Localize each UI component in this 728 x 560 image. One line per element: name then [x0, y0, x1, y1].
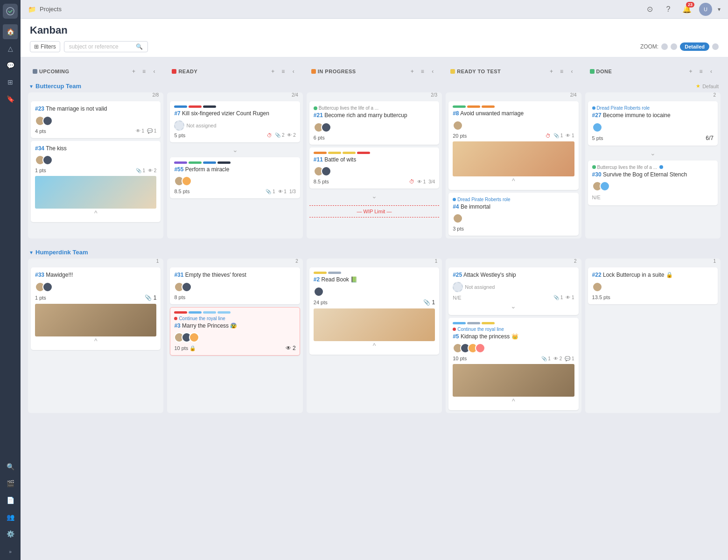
- card-8-expand[interactable]: ^: [453, 176, 574, 186]
- col-collapse-btn-done[interactable]: ‹: [707, 67, 716, 76]
- card-27-expand[interactable]: ⌄: [588, 148, 718, 158]
- help-circle-icon[interactable]: ⊙: [643, 3, 656, 16]
- zoom-dot-large[interactable]: [712, 43, 719, 50]
- buttercup-readytotest-col: 2/4 #8 Avoid unwanted marriage: [446, 92, 581, 238]
- card-27[interactable]: Dread Pirate Roberts role #27 Become imm…: [588, 101, 718, 146]
- filter-button[interactable]: ⊞ Filters: [30, 41, 60, 52]
- col-add-btn-inprogress[interactable]: +: [407, 67, 417, 76]
- card-55-footer: 8.5 pts 📎 1 👁 1 1/3: [174, 189, 295, 194]
- tag: [189, 161, 202, 164]
- sidebar-item-triangle[interactable]: △: [3, 41, 18, 56]
- search-input[interactable]: subject or reference 🔍: [64, 41, 148, 52]
- col-add-btn-readytotest[interactable]: +: [547, 67, 556, 76]
- card-5[interactable]: Continue the royal line #5 Kidnap the pr…: [448, 318, 578, 411]
- card-5-expand[interactable]: ^: [453, 397, 574, 406]
- user-menu-chevron[interactable]: ▾: [718, 6, 721, 13]
- col-add-btn-done[interactable]: +: [686, 67, 695, 76]
- card-4[interactable]: Dread Pirate Roberts role #4 Be immortal…: [448, 193, 578, 236]
- col-sort-btn-upcoming[interactable]: ≡: [139, 67, 148, 76]
- views-stat: 👁 1: [417, 179, 426, 184]
- tag: [357, 152, 370, 154]
- tag: [203, 311, 216, 314]
- sidebar-item-video[interactable]: 🎬: [3, 476, 18, 491]
- card-11[interactable]: #11 Battle of wits 8.5 pts ⏱ 👁 1: [309, 147, 439, 189]
- col-collapse-btn-readytotest[interactable]: ‹: [567, 67, 577, 76]
- card-25-expand[interactable]: ⌄: [453, 301, 574, 311]
- card-33-footer: 1 pts 📎 1: [35, 294, 156, 301]
- card-8[interactable]: #8 Avoid unwanted marriage 20 pts ⏱ 📎 1: [448, 101, 578, 190]
- sidebar-item-grid[interactable]: ⊞: [3, 75, 18, 90]
- card-34-title: #34 The kiss: [35, 145, 156, 153]
- card-2-collapse[interactable]: ^: [314, 341, 435, 350]
- avatar: [592, 122, 602, 133]
- col-sort-btn-ready[interactable]: ≡: [279, 67, 288, 76]
- buttercup-upcoming-count: 2/8: [28, 92, 163, 99]
- card-5-image: [453, 364, 574, 397]
- card-3[interactable]: Continue the royal line #3 Marry the Pri…: [170, 307, 300, 356]
- card-31[interactable]: #31 Empty the thieves' forest 8 pts: [170, 267, 300, 304]
- card-34-collapse[interactable]: ^: [35, 209, 156, 218]
- zoom-dot-medium[interactable]: [671, 43, 677, 50]
- sidebar-item-people[interactable]: 👥: [3, 510, 18, 525]
- sidebar-expand[interactable]: »: [3, 547, 18, 556]
- card-55[interactable]: #55 Perform a miracle 8.5 pts 📎 1: [170, 157, 300, 199]
- col-header-done: DONE + ≡ ‹: [585, 63, 721, 80]
- search-icon: 🔍: [136, 43, 143, 50]
- card-33-collapse[interactable]: ^: [35, 336, 156, 346]
- sidebar-item-home[interactable]: 🏠: [3, 24, 18, 39]
- card-11-expand[interactable]: ⌄: [309, 191, 439, 201]
- card-33[interactable]: #33 Mawidge!!! 1 pts 📎 1: [31, 267, 161, 350]
- avatar-empty: [453, 282, 463, 292]
- wip-limit: — WIP Limit —: [309, 205, 439, 217]
- sidebar-item-bookmark[interactable]: 🔖: [3, 91, 18, 106]
- card-7[interactable]: #7 Kill six-fingered vizier Count Rugen …: [170, 101, 300, 142]
- card-7-expand[interactable]: ⌄: [170, 145, 300, 154]
- col-collapse-btn-inprogress[interactable]: ‹: [428, 67, 437, 76]
- buttercup-done-count: 2: [585, 92, 721, 99]
- avatar: [475, 343, 485, 353]
- card-22[interactable]: #22 Lock Buttercup in a suite 🔒 13.5 pts: [588, 267, 718, 304]
- user-avatar[interactable]: U: [699, 3, 712, 16]
- card-23[interactable]: #23 The marriage is not valid 4 pts 👁 1: [31, 101, 161, 138]
- question-icon[interactable]: ?: [662, 3, 675, 16]
- zoom-label: ZOOM:: [640, 43, 658, 50]
- col-actions-inprogress: + ≡ ‹: [407, 67, 437, 76]
- team-humperdink-header[interactable]: ▾ Humperdink Team: [28, 246, 721, 259]
- zoom-detailed[interactable]: Detailed: [680, 42, 709, 51]
- card-23-assignees: [35, 116, 156, 126]
- card-31-pts: 8 pts: [174, 294, 185, 300]
- col-sort-btn-done[interactable]: ≡: [696, 67, 706, 76]
- card-21[interactable]: Buttercup lives the life of a ... #21 Be…: [309, 101, 439, 145]
- card-3-footer: 10 pts 🔒 👁 2: [174, 345, 295, 351]
- card-25[interactable]: #25 Attack Westley's ship Not assigned N…: [448, 267, 578, 315]
- col-collapse-btn-ready[interactable]: ‹: [289, 67, 298, 76]
- col-add-btn-ready[interactable]: +: [268, 67, 278, 76]
- card-23-footer: 4 pts 👁 1 💬 1: [35, 128, 156, 134]
- card-30[interactable]: Buttercup lives the life of a ... #30 Su…: [588, 161, 718, 206]
- sidebar-item-settings[interactable]: ⚙️: [3, 526, 18, 541]
- card-2[interactable]: #2 Read Book 📗 24 pts 📎 1 ^: [309, 267, 439, 355]
- card-22-footer: 13.5 pts: [592, 294, 714, 300]
- col-sort-btn-readytotest[interactable]: ≡: [557, 67, 567, 76]
- col-add-btn-upcoming[interactable]: +: [129, 67, 138, 76]
- card-22-title: #22 Lock Buttercup in a suite 🔒: [592, 272, 714, 279]
- col-actions-done: + ≡ ‹: [686, 67, 716, 76]
- sidebar-item-doc[interactable]: 📄: [3, 493, 18, 508]
- card-25-not-assigned: Not assigned: [453, 282, 574, 292]
- card-34[interactable]: #34 The kiss 1 pts 📎 1 👁 2: [31, 141, 161, 223]
- col-title-inprogress: IN PROGRESS: [318, 69, 406, 74]
- team-buttercup-header[interactable]: ▾ Buttercup Team ★ Default: [28, 80, 721, 92]
- col-sort-btn-inprogress[interactable]: ≡: [418, 67, 427, 76]
- sidebar-item-search[interactable]: 🔍: [3, 459, 18, 474]
- card-25-title: #25 Attack Westley's ship: [453, 272, 574, 279]
- zoom-dot-small[interactable]: [661, 43, 668, 50]
- views-stat: 👁 1: [278, 189, 287, 194]
- logo[interactable]: [3, 4, 18, 19]
- col-collapse-btn-upcoming[interactable]: ‹: [149, 67, 159, 76]
- sidebar-item-chat[interactable]: 💬: [3, 58, 18, 73]
- card-30-na: N/E: [592, 194, 601, 201]
- card-27-pts: 5 pts: [592, 135, 603, 141]
- notification-icon[interactable]: 🔔23: [680, 3, 693, 16]
- card-5-tags: [453, 322, 574, 324]
- card-4-assignees: [453, 213, 574, 224]
